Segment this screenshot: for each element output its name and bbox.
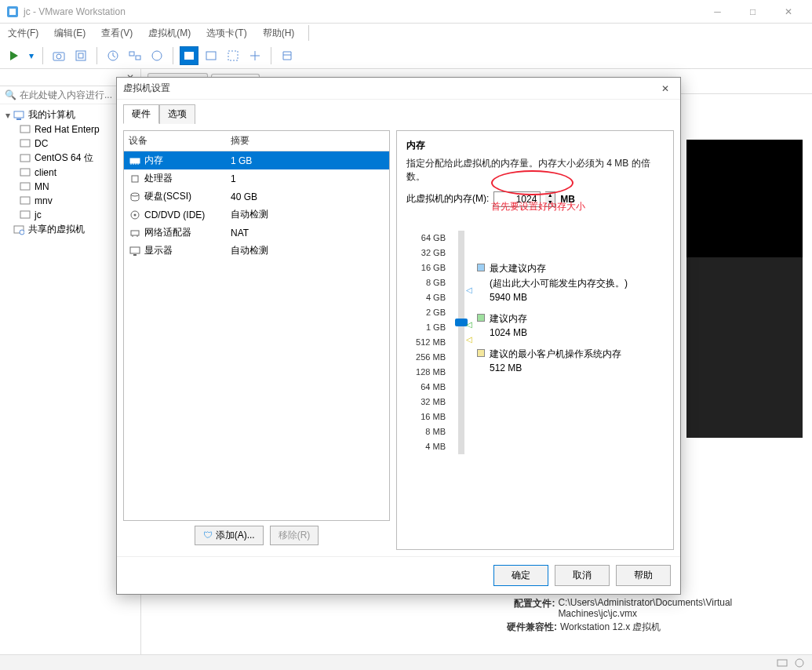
vm-icon: [19, 180, 31, 193]
help-button[interactable]: 帮助: [616, 565, 671, 586]
dev-display[interactable]: 显示器 自动检测: [124, 242, 389, 260]
fullscreen-icon[interactable]: [224, 46, 242, 65]
play-icon[interactable]: [5, 46, 24, 65]
search-icon: 🔍: [5, 89, 16, 100]
maximize-button[interactable]: □: [735, 0, 770, 24]
unity-icon[interactable]: [246, 46, 264, 65]
hdd-icon: [129, 191, 141, 203]
memory-settings-panel: 内存 指定分配给此虚拟机的内存量。内存大小必须为 4 MB 的倍数。 此虚拟机的…: [396, 130, 674, 550]
snapshot-manager-icon[interactable]: [126, 46, 144, 65]
swatch-yellow: [477, 349, 485, 357]
menu-help[interactable]: 帮助(H): [258, 25, 300, 42]
svg-rect-12: [206, 52, 216, 60]
svg-rect-29: [132, 176, 138, 182]
vm-icon: [19, 195, 31, 207]
settings-icon[interactable]: [71, 46, 90, 65]
menu-tabs[interactable]: 选项卡(T): [202, 25, 251, 42]
cpu-icon: [129, 173, 141, 185]
dev-cd[interactable]: CD/DVD (IDE) 自动检测: [124, 206, 389, 224]
col-summary: 摘要: [231, 134, 384, 147]
svg-rect-17: [20, 140, 30, 147]
memory-desc: 指定分配给此虚拟机的内存量。内存大小必须为 4 MB 的倍数。: [406, 157, 664, 184]
menu-edit[interactable]: 编辑(E): [49, 25, 90, 42]
memory-tick-labels: 64 GB 32 GB 16 GB 8 GB 4 GB 2 GB 1 GB 51…: [406, 231, 446, 454]
svg-rect-18: [20, 155, 30, 162]
svg-rect-21: [20, 197, 30, 204]
revert-icon[interactable]: [104, 46, 122, 65]
dialog-close-icon[interactable]: ✕: [657, 83, 674, 94]
dev-hdd[interactable]: 硬盘(SCSI) 40 GB: [124, 188, 389, 206]
vm-preview: [686, 140, 803, 438]
svg-rect-9: [136, 56, 140, 60]
svg-rect-1: [9, 9, 16, 15]
tree-root-label: 我的计算机: [28, 108, 75, 122]
snapshot-icon[interactable]: [49, 46, 68, 65]
marker-suggested-icon: [466, 320, 472, 329]
menu-file[interactable]: 文件(F): [3, 25, 43, 42]
computer-icon: [13, 109, 25, 122]
vm-icon: [19, 152, 31, 165]
shield-icon: 🛡: [203, 530, 213, 541]
vm-settings-dialog: 虚拟机设置 ✕ 硬件 选项 设备 摘要 内存 1 GB 处理器 1: [116, 77, 681, 595]
vm-icon: [19, 137, 31, 150]
cancel-button[interactable]: 取消: [555, 565, 610, 586]
vm-icon: [19, 209, 31, 221]
svg-rect-19: [20, 169, 30, 176]
svg-rect-26: [777, 660, 787, 666]
svg-rect-28: [130, 158, 140, 163]
memory-label: 此虚拟机的内存(M):: [406, 192, 489, 206]
reco-suggested: 建议内存 1024 MB: [477, 312, 664, 338]
twisty-icon: ▾: [3, 110, 13, 121]
marker-min-icon: [466, 335, 472, 344]
svg-rect-35: [133, 254, 137, 256]
dropdown-icon[interactable]: ▾: [27, 46, 36, 65]
reco-max: 最大建议内存 (超出此大小可能发生内存交换。) 5940 MB: [477, 262, 664, 303]
library-icon[interactable]: [278, 46, 297, 65]
svg-rect-22: [20, 211, 30, 218]
svg-rect-6: [78, 53, 83, 58]
memory-heading: 内存: [406, 139, 664, 152]
ok-button[interactable]: 确定: [493, 565, 548, 586]
statusbar: [0, 654, 812, 670]
svg-rect-33: [131, 231, 139, 235]
shared-icon: [13, 224, 25, 236]
svg-point-24: [20, 230, 24, 235]
menu-vm[interactable]: 虚拟机(M): [144, 25, 195, 42]
tree-shared-label: 共享的虚拟机: [28, 223, 85, 236]
dlg-tab-hardware[interactable]: 硬件: [123, 104, 159, 124]
dev-net[interactable]: 网络适配器 NAT: [124, 224, 389, 242]
svg-point-30: [131, 193, 139, 196]
svg-rect-34: [130, 247, 140, 253]
status-icon: [776, 657, 788, 669]
svg-rect-11: [184, 52, 194, 60]
display-icon: [129, 245, 141, 257]
svg-rect-5: [76, 51, 86, 60]
marker-max-icon: [466, 286, 472, 294]
svg-rect-13: [228, 51, 238, 60]
cd-icon: [129, 209, 141, 221]
dev-memory[interactable]: 内存 1 GB: [124, 151, 389, 169]
dev-cpu[interactable]: 处理器 1: [124, 169, 389, 188]
menu-view[interactable]: 查看(V): [96, 25, 137, 42]
svg-rect-15: [16, 118, 21, 120]
reco-min: 建议的最小客户机操作系统内存 512 MB: [477, 348, 664, 373]
vm-icon: [19, 123, 31, 136]
vm-icon: [19, 166, 31, 179]
dlg-tab-options[interactable]: 选项: [159, 104, 195, 124]
close-button[interactable]: ✕: [770, 0, 806, 24]
svg-point-27: [796, 659, 803, 667]
minimize-button[interactable]: ─: [700, 0, 735, 24]
add-device-button[interactable]: 🛡添加(A)...: [195, 526, 264, 545]
network-icon: [129, 227, 141, 239]
separator: [308, 25, 319, 41]
view-console-icon[interactable]: [202, 46, 220, 65]
svg-rect-8: [129, 52, 134, 56]
svg-point-32: [134, 213, 137, 216]
col-device: 设备: [129, 134, 231, 147]
svg-marker-2: [10, 51, 18, 60]
svg-point-4: [56, 54, 61, 59]
svg-point-10: [152, 51, 162, 60]
view-single-icon[interactable]: [180, 46, 198, 65]
memory-slider[interactable]: [458, 231, 464, 454]
clock-icon[interactable]: [147, 46, 166, 65]
